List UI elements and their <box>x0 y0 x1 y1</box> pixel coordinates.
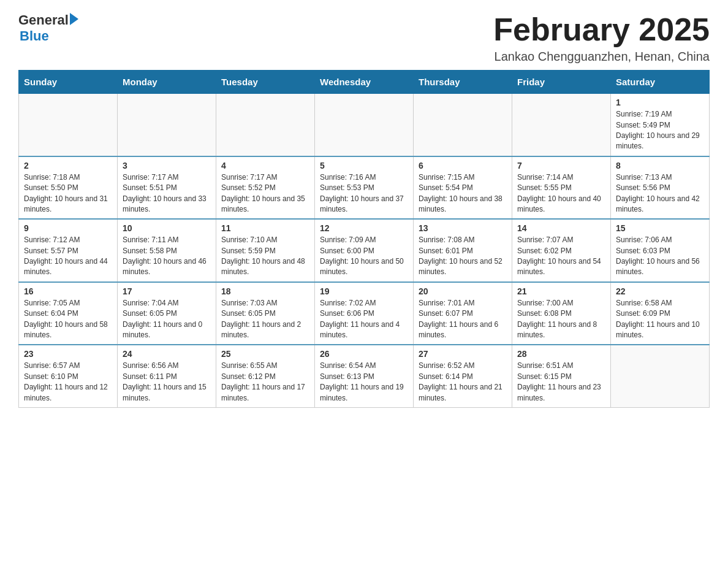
day-info: Sunrise: 7:03 AM Sunset: 6:05 PM Dayligh… <box>221 298 309 341</box>
calendar-week-row: 1Sunrise: 7:19 AM Sunset: 5:49 PM Daylig… <box>19 94 710 156</box>
calendar-cell: 19Sunrise: 7:02 AM Sunset: 6:06 PM Dayli… <box>315 282 414 345</box>
day-number: 12 <box>320 223 408 233</box>
calendar-cell <box>19 94 118 156</box>
day-info: Sunrise: 6:52 AM Sunset: 6:14 PM Dayligh… <box>419 361 507 404</box>
calendar-cell: 1Sunrise: 7:19 AM Sunset: 5:49 PM Daylig… <box>611 94 710 156</box>
day-info: Sunrise: 6:51 AM Sunset: 6:15 PM Dayligh… <box>517 361 605 404</box>
calendar-cell <box>118 94 216 156</box>
day-info: Sunrise: 7:05 AM Sunset: 6:04 PM Dayligh… <box>24 298 112 341</box>
calendar-cell: 10Sunrise: 7:11 AM Sunset: 5:58 PM Dayli… <box>118 219 216 282</box>
day-info: Sunrise: 7:12 AM Sunset: 5:57 PM Dayligh… <box>24 235 112 278</box>
calendar-cell <box>315 94 414 156</box>
calendar-week-row: 2Sunrise: 7:18 AM Sunset: 5:50 PM Daylig… <box>19 156 710 220</box>
day-info: Sunrise: 7:00 AM Sunset: 6:08 PM Dayligh… <box>517 298 605 341</box>
day-number: 3 <box>123 161 211 170</box>
day-info: Sunrise: 7:11 AM Sunset: 5:58 PM Dayligh… <box>123 235 211 278</box>
day-number: 21 <box>517 286 605 296</box>
calendar-cell: 20Sunrise: 7:01 AM Sunset: 6:07 PM Dayli… <box>414 282 512 345</box>
calendar-cell: 11Sunrise: 7:10 AM Sunset: 5:59 PM Dayli… <box>216 219 315 282</box>
calendar-cell: 17Sunrise: 7:04 AM Sunset: 6:05 PM Dayli… <box>118 282 216 345</box>
calendar-cell: 18Sunrise: 7:03 AM Sunset: 6:05 PM Dayli… <box>216 282 315 345</box>
calendar-cell: 7Sunrise: 7:14 AM Sunset: 5:55 PM Daylig… <box>512 156 611 220</box>
calendar-week-row: 9Sunrise: 7:12 AM Sunset: 5:57 PM Daylig… <box>19 219 710 282</box>
logo-general-text: General <box>18 12 69 28</box>
calendar-cell: 13Sunrise: 7:08 AM Sunset: 6:01 PM Dayli… <box>414 219 512 282</box>
day-number: 16 <box>24 286 112 296</box>
calendar-cell: 21Sunrise: 7:00 AM Sunset: 6:08 PM Dayli… <box>512 282 611 345</box>
calendar-cell: 27Sunrise: 6:52 AM Sunset: 6:14 PM Dayli… <box>414 345 512 407</box>
calendar-week-row: 16Sunrise: 7:05 AM Sunset: 6:04 PM Dayli… <box>19 282 710 345</box>
day-number: 15 <box>616 223 704 233</box>
logo: General Blue <box>18 12 78 44</box>
day-number: 19 <box>320 286 408 296</box>
day-number: 17 <box>123 286 211 296</box>
day-info: Sunrise: 7:01 AM Sunset: 6:07 PM Dayligh… <box>419 298 507 341</box>
month-title: February 2025 <box>493 12 710 47</box>
day-info: Sunrise: 7:18 AM Sunset: 5:50 PM Dayligh… <box>24 172 112 215</box>
day-number: 25 <box>221 349 309 359</box>
title-block: February 2025 Lankao Chengguanzhen, Hena… <box>493 12 710 64</box>
day-number: 28 <box>517 349 605 359</box>
day-info: Sunrise: 7:19 AM Sunset: 5:49 PM Dayligh… <box>616 109 704 152</box>
calendar-cell: 3Sunrise: 7:17 AM Sunset: 5:51 PM Daylig… <box>118 156 216 220</box>
day-number: 4 <box>221 161 309 170</box>
calendar-cell: 26Sunrise: 6:54 AM Sunset: 6:13 PM Dayli… <box>315 345 414 407</box>
day-info: Sunrise: 7:08 AM Sunset: 6:01 PM Dayligh… <box>419 235 507 278</box>
day-info: Sunrise: 7:17 AM Sunset: 5:51 PM Dayligh… <box>123 172 211 215</box>
day-info: Sunrise: 7:17 AM Sunset: 5:52 PM Dayligh… <box>221 172 309 215</box>
calendar-cell: 6Sunrise: 7:15 AM Sunset: 5:54 PM Daylig… <box>414 156 512 220</box>
calendar-cell: 8Sunrise: 7:13 AM Sunset: 5:56 PM Daylig… <box>611 156 710 220</box>
day-number: 18 <box>221 286 309 296</box>
calendar-cell: 5Sunrise: 7:16 AM Sunset: 5:53 PM Daylig… <box>315 156 414 220</box>
calendar-cell: 2Sunrise: 7:18 AM Sunset: 5:50 PM Daylig… <box>19 156 118 220</box>
day-number: 14 <box>517 223 605 233</box>
location-subtitle: Lankao Chengguanzhen, Henan, China <box>493 50 710 64</box>
day-number: 10 <box>123 223 211 233</box>
logo-triangle-icon <box>70 13 78 25</box>
day-info: Sunrise: 6:57 AM Sunset: 6:10 PM Dayligh… <box>24 361 112 404</box>
day-info: Sunrise: 7:13 AM Sunset: 5:56 PM Dayligh… <box>616 172 704 215</box>
calendar-header-row: SundayMondayTuesdayWednesdayThursdayFrid… <box>19 71 710 94</box>
day-number: 20 <box>419 286 507 296</box>
day-info: Sunrise: 6:56 AM Sunset: 6:11 PM Dayligh… <box>123 361 211 404</box>
day-number: 2 <box>24 161 112 170</box>
day-number: 7 <box>517 161 605 170</box>
calendar-week-row: 23Sunrise: 6:57 AM Sunset: 6:10 PM Dayli… <box>19 345 710 407</box>
day-header-wednesday: Wednesday <box>315 71 414 94</box>
day-info: Sunrise: 7:07 AM Sunset: 6:02 PM Dayligh… <box>517 235 605 278</box>
day-header-monday: Monday <box>118 71 216 94</box>
day-info: Sunrise: 7:06 AM Sunset: 6:03 PM Dayligh… <box>616 235 704 278</box>
calendar-cell: 25Sunrise: 6:55 AM Sunset: 6:12 PM Dayli… <box>216 345 315 407</box>
day-info: Sunrise: 7:15 AM Sunset: 5:54 PM Dayligh… <box>419 172 507 215</box>
day-info: Sunrise: 7:16 AM Sunset: 5:53 PM Dayligh… <box>320 172 408 215</box>
day-header-sunday: Sunday <box>19 71 118 94</box>
day-number: 27 <box>419 349 507 359</box>
page-header: General Blue February 2025 Lankao Chengg… <box>18 12 710 64</box>
day-info: Sunrise: 7:10 AM Sunset: 5:59 PM Dayligh… <box>221 235 309 278</box>
calendar-cell: 23Sunrise: 6:57 AM Sunset: 6:10 PM Dayli… <box>19 345 118 407</box>
day-number: 6 <box>419 161 507 170</box>
day-info: Sunrise: 7:09 AM Sunset: 6:00 PM Dayligh… <box>320 235 408 278</box>
day-info: Sunrise: 7:14 AM Sunset: 5:55 PM Dayligh… <box>517 172 605 215</box>
day-number: 24 <box>123 349 211 359</box>
day-number: 13 <box>419 223 507 233</box>
calendar-cell <box>216 94 315 156</box>
calendar-cell <box>611 345 710 407</box>
day-info: Sunrise: 6:55 AM Sunset: 6:12 PM Dayligh… <box>221 361 309 404</box>
day-number: 23 <box>24 349 112 359</box>
calendar-cell: 16Sunrise: 7:05 AM Sunset: 6:04 PM Dayli… <box>19 282 118 345</box>
day-number: 11 <box>221 223 309 233</box>
day-number: 5 <box>320 161 408 170</box>
calendar-cell: 4Sunrise: 7:17 AM Sunset: 5:52 PM Daylig… <box>216 156 315 220</box>
calendar-cell: 15Sunrise: 7:06 AM Sunset: 6:03 PM Dayli… <box>611 219 710 282</box>
day-number: 22 <box>616 286 704 296</box>
day-info: Sunrise: 7:04 AM Sunset: 6:05 PM Dayligh… <box>123 298 211 341</box>
calendar-cell: 9Sunrise: 7:12 AM Sunset: 5:57 PM Daylig… <box>19 219 118 282</box>
calendar-cell: 22Sunrise: 6:58 AM Sunset: 6:09 PM Dayli… <box>611 282 710 345</box>
calendar-cell <box>512 94 611 156</box>
calendar-cell: 24Sunrise: 6:56 AM Sunset: 6:11 PM Dayli… <box>118 345 216 407</box>
day-info: Sunrise: 6:54 AM Sunset: 6:13 PM Dayligh… <box>320 361 408 404</box>
day-number: 8 <box>616 161 704 170</box>
day-number: 26 <box>320 349 408 359</box>
calendar-cell: 14Sunrise: 7:07 AM Sunset: 6:02 PM Dayli… <box>512 219 611 282</box>
